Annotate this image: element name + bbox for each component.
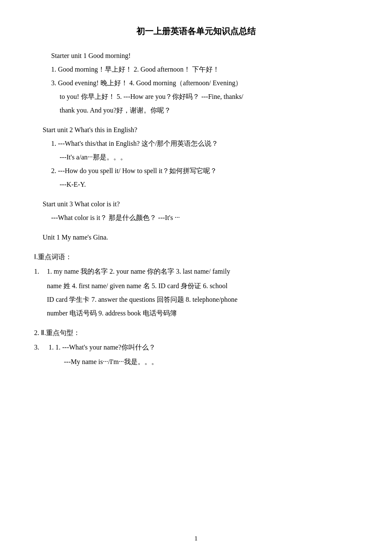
words-row-4: number 电话号码 9. address book 电话号码簿	[47, 306, 358, 320]
sent-num-1: 3.	[34, 341, 47, 354]
words-num-1: 1.	[34, 265, 47, 278]
starter2-header: Start unit 2 What's this in English?	[43, 123, 358, 137]
starter1-line2: 3. Good evening! 晚上好！ 4. Good morning（af…	[51, 76, 358, 90]
key-sentences-section: 2. Ⅱ.重点句型： 3. 1. 1. ---What's your name?…	[34, 326, 358, 369]
starter2-q2: 2. ---How do you spell it/ How to spell …	[51, 164, 358, 178]
starter-unit1-section: Starter unit 1 Good morning! 1. Good mor…	[43, 49, 358, 117]
key-words-section: Ⅰ.重点词语： 1. 1. my name 我的名字 2. your name …	[34, 250, 358, 320]
words-row-1: 1. 1. my name 我的名字 2. your name 你的名字 3. …	[34, 265, 358, 278]
roman-label: Ⅰ.重点词语：	[34, 250, 72, 264]
words-row-3: ID card 学生卡 7. answer the questions 回答问题…	[47, 293, 358, 306]
starter1-line3: to you! 你早上好！ 5. ---How are you？你好吗？ ---…	[60, 90, 358, 104]
starter1-header: Starter unit 1 Good morning!	[51, 49, 358, 63]
starter-unit2-section: Start unit 2 What's this in English? 1. …	[34, 123, 358, 191]
sent-q1: 1. ---What's your name?你叫什么？	[55, 344, 156, 351]
unit1-section: Unit 1 My name's Gina.	[34, 231, 358, 244]
starter2-a2: ---K-E-Y.	[60, 178, 358, 191]
key-sentences-label-row: 2. Ⅱ.重点句型：	[34, 326, 358, 340]
starter1-line1: 1. Good morning！早上好！ 2. Good afternoon！ …	[51, 63, 358, 76]
sent-a1: ---My name is···/I'm···我是。。。	[64, 355, 358, 369]
starter2-q1: 1. ---What's this/that in English? 这个/那个…	[51, 137, 358, 150]
words-content-1: 1. my name 我的名字 2. your name 你的名字 3. las…	[47, 265, 230, 278]
starter3-line1: ---What color is it？ 那是什么颜色？ ---It's ···	[51, 211, 358, 225]
starter2-a1: ---It's a/an···那是。。。	[60, 150, 358, 164]
starter1-line4: thank you. And you?好，谢谢。你呢？	[60, 104, 358, 117]
page-title: 初一上册英语各单元知识点总结	[34, 26, 358, 37]
starter3-header: Start unit 3 What color is it?	[43, 197, 358, 211]
starter-unit3-section: Start unit 3 What color is it? ---What c…	[34, 197, 358, 225]
unit1-header: Unit 1 My name's Gina.	[43, 231, 358, 244]
key-words-label-row: Ⅰ.重点词语：	[34, 250, 358, 264]
sent-num-inner: 1.	[49, 344, 55, 351]
words-row-2: name 姓 4. first name/ given name 名 5. ID…	[47, 279, 358, 293]
page-number: 1	[0, 535, 392, 542]
page: 初一上册英语各单元知识点总结 Starter unit 1 Good morni…	[0, 0, 392, 555]
key-sentences-label: Ⅱ.重点句型：	[41, 326, 80, 340]
roman-label-2: 2.	[34, 326, 39, 340]
sent-row-1: 3. 1. 1. ---What's your name?你叫什么？	[34, 341, 358, 354]
